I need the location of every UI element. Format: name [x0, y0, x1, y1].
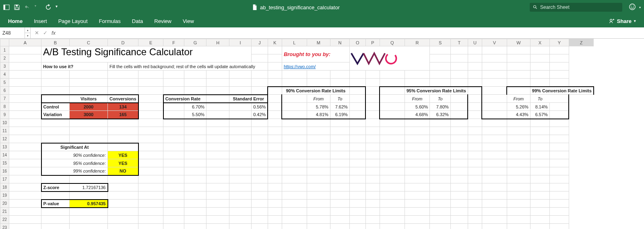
- tab-review[interactable]: Review: [154, 17, 171, 26]
- conv-rate-variation: 5.50%: [184, 111, 206, 119]
- visitors-header: Visitors: [70, 95, 108, 103]
- name-box[interactable]: Z48: [0, 27, 25, 38]
- cancel-formula-icon[interactable]: ✕: [35, 30, 39, 36]
- howto-text: Fill the cells with red background; rest…: [108, 62, 268, 71]
- page-title: A/B Testing Significance Calculator: [43, 46, 193, 57]
- svg-line-5: [536, 8, 537, 9]
- std-err-control: 0.56%: [252, 103, 268, 111]
- accept-formula-icon[interactable]: ✓: [43, 30, 47, 36]
- tab-insert[interactable]: Insert: [34, 17, 47, 26]
- svg-point-12: [384, 51, 398, 65]
- tab-data[interactable]: Data: [132, 17, 143, 26]
- svg-point-9: [610, 19, 612, 21]
- limits95-header: 95% Conversion Rate Limits: [405, 87, 468, 95]
- control-label: Control: [41, 103, 70, 111]
- sig95-value: YES: [108, 159, 138, 167]
- vwo-logo: [350, 50, 429, 67]
- svg-rect-3: [15, 8, 19, 9]
- save-icon[interactable]: [14, 4, 20, 10]
- conv-rate-header: Conversion Rate: [163, 95, 206, 103]
- search-input[interactable]: Search Sheet: [530, 3, 622, 12]
- variation-conversions-input[interactable]: 165: [108, 111, 138, 119]
- share-label: Share: [617, 18, 632, 24]
- feedback-dropdown-icon[interactable]: ▾: [639, 6, 641, 9]
- zscore-value: 1.72167136: [70, 183, 108, 192]
- variation-visitors-input[interactable]: 3000: [70, 111, 108, 119]
- document-icon: [252, 4, 258, 10]
- document-title-text: ab_testing_significance_calculator: [260, 4, 340, 10]
- vwo-link[interactable]: https://vwo.com/: [284, 64, 316, 69]
- search-placeholder: Search Sheet: [540, 4, 570, 10]
- std-err-variation: 0.42%: [252, 111, 268, 119]
- fx-icon[interactable]: fx: [52, 30, 56, 36]
- feedback-icon[interactable]: [629, 3, 636, 11]
- limits90-header: 90% Conversion Rate Limits: [282, 87, 349, 95]
- sidebar-toggle-icon[interactable]: [3, 4, 10, 10]
- conversions-header: Conversions: [108, 95, 138, 103]
- tab-page-layout[interactable]: Page Layout: [58, 17, 88, 26]
- brought-by-label: Brought to you by:: [284, 51, 330, 57]
- title-bar: ▾ ▾ ab_testing_significance_calculator S…: [0, 0, 644, 15]
- conf95-label: 95% confidence:: [41, 159, 108, 167]
- zscore-label: Z-score: [41, 183, 70, 192]
- pvalue-value: 0.957435: [70, 200, 108, 208]
- document-title: ab_testing_significance_calculator: [62, 4, 530, 10]
- qat-customize-icon[interactable]: ▾: [56, 4, 62, 10]
- conf99-label: 99% confidence:: [41, 167, 108, 175]
- significant-at-header: Significant At: [41, 143, 108, 151]
- undo-dropdown-icon[interactable]: ▾: [35, 4, 41, 10]
- tab-formulas[interactable]: Formulas: [99, 17, 121, 26]
- quick-access-toolbar: ▾ ▾: [3, 4, 62, 10]
- variation-label: Variation: [41, 111, 70, 119]
- conv-rate-control: 6.70%: [184, 103, 206, 111]
- column-headers[interactable]: ABCDEFGHIJKLMNOPQRSTUVWXYZ: [0, 39, 594, 46]
- svg-point-8: [633, 6, 634, 6]
- svg-point-4: [534, 6, 536, 8]
- formula-bar: Z48 ▴▾ ✕ ✓ fx: [0, 27, 644, 39]
- formula-input[interactable]: [60, 27, 644, 38]
- redo-icon[interactable]: [45, 4, 52, 10]
- sig90-value: YES: [108, 151, 138, 159]
- control-conversions-input[interactable]: 134: [108, 103, 138, 111]
- svg-point-7: [631, 6, 632, 6]
- conf90-label: 90% confidence:: [41, 151, 108, 159]
- tab-home[interactable]: Home: [8, 17, 23, 26]
- search-area: Search Sheet ▾: [530, 3, 641, 12]
- howto-label: How to use it?: [41, 62, 108, 71]
- svg-rect-2: [16, 5, 18, 6]
- svg-rect-1: [4, 5, 5, 10]
- std-err-header: Standard Error: [229, 95, 268, 103]
- limits99-header: 99% Conversion Rate Limits: [530, 87, 593, 95]
- ribbon-tabs: Home Insert Page Layout Formulas Data Re…: [0, 15, 644, 27]
- select-all-corner[interactable]: [0, 39, 9, 46]
- share-button[interactable]: Share ▾: [609, 18, 636, 24]
- pvalue-label: P-value: [41, 200, 70, 208]
- name-box-stepper[interactable]: ▴▾: [25, 27, 31, 38]
- share-icon: [609, 18, 615, 24]
- tab-view[interactable]: View: [183, 17, 194, 26]
- svg-point-6: [630, 4, 635, 10]
- undo-icon[interactable]: [24, 4, 31, 10]
- spreadsheet-grid[interactable]: ABCDEFGHIJKLMNOPQRSTUVWXYZ 1 A/B Testing…: [0, 39, 644, 229]
- sig99-value: NO: [108, 167, 138, 175]
- control-visitors-input[interactable]: 2000: [70, 103, 108, 111]
- search-icon: [533, 5, 538, 10]
